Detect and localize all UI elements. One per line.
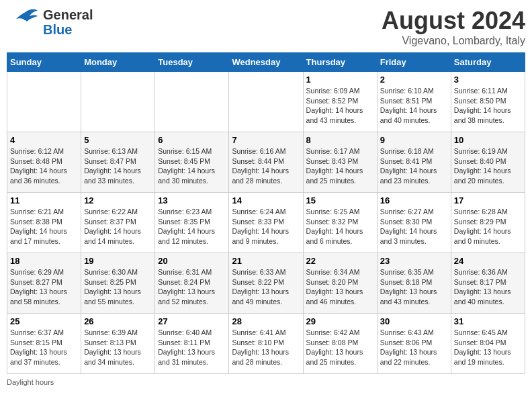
calendar-week-5: 25Sunrise: 6:37 AM Sunset: 8:15 PM Dayli… <box>7 314 525 374</box>
day-header-thursday: Thursday <box>303 53 377 72</box>
calendar-cell: 10Sunrise: 6:19 AM Sunset: 8:40 PM Dayli… <box>451 132 525 193</box>
calendar-week-2: 4Sunrise: 6:12 AM Sunset: 8:48 PM Daylig… <box>7 132 525 193</box>
calendar-cell: 13Sunrise: 6:23 AM Sunset: 8:35 PM Dayli… <box>155 193 229 253</box>
footer-note: Daylight hours <box>7 378 525 386</box>
calendar-cell: 26Sunrise: 6:39 AM Sunset: 8:13 PM Dayli… <box>81 314 155 374</box>
day-info: Sunrise: 6:41 AM Sunset: 8:10 PM Dayligh… <box>232 328 300 367</box>
logo-blue: Blue <box>43 22 93 37</box>
day-info: Sunrise: 6:37 AM Sunset: 8:15 PM Dayligh… <box>10 328 78 367</box>
calendar-cell <box>81 72 155 132</box>
calendar-cell: 8Sunrise: 6:17 AM Sunset: 8:43 PM Daylig… <box>303 132 377 193</box>
day-header-sunday: Sunday <box>7 53 81 72</box>
day-number: 10 <box>454 135 522 145</box>
day-info: Sunrise: 6:25 AM Sunset: 8:32 PM Dayligh… <box>306 207 374 246</box>
day-number: 19 <box>84 256 152 266</box>
day-info: Sunrise: 6:31 AM Sunset: 8:24 PM Dayligh… <box>158 267 226 307</box>
calendar-cell: 18Sunrise: 6:29 AM Sunset: 8:27 PM Dayli… <box>7 253 81 314</box>
day-number: 8 <box>306 135 374 145</box>
day-info: Sunrise: 6:19 AM Sunset: 8:40 PM Dayligh… <box>454 146 522 186</box>
calendar-cell <box>155 72 229 132</box>
day-number: 22 <box>306 256 374 266</box>
calendar-cell: 19Sunrise: 6:30 AM Sunset: 8:25 PM Dayli… <box>81 253 155 314</box>
day-number: 25 <box>10 316 78 326</box>
calendar-body: 1Sunrise: 6:09 AM Sunset: 8:52 PM Daylig… <box>7 72 525 374</box>
calendar-cell: 1Sunrise: 6:09 AM Sunset: 8:52 PM Daylig… <box>303 72 377 132</box>
day-number: 4 <box>10 135 78 145</box>
day-info: Sunrise: 6:09 AM Sunset: 8:52 PM Dayligh… <box>306 86 374 126</box>
calendar-cell: 23Sunrise: 6:35 AM Sunset: 8:18 PM Dayli… <box>377 253 451 314</box>
day-number: 5 <box>84 135 152 145</box>
day-number: 26 <box>84 316 152 326</box>
day-info: Sunrise: 6:21 AM Sunset: 8:38 PM Dayligh… <box>10 207 78 246</box>
day-header-saturday: Saturday <box>451 53 525 72</box>
calendar-cell: 17Sunrise: 6:28 AM Sunset: 8:29 PM Dayli… <box>451 193 525 253</box>
day-info: Sunrise: 6:33 AM Sunset: 8:22 PM Dayligh… <box>232 267 300 307</box>
day-number: 9 <box>380 135 448 145</box>
day-number: 29 <box>306 316 374 326</box>
calendar-cell: 11Sunrise: 6:21 AM Sunset: 8:38 PM Dayli… <box>7 193 81 253</box>
day-number: 15 <box>306 195 374 205</box>
day-header-friday: Friday <box>377 53 451 72</box>
day-number: 28 <box>232 316 300 326</box>
day-number: 6 <box>158 135 226 145</box>
calendar-cell: 9Sunrise: 6:18 AM Sunset: 8:41 PM Daylig… <box>377 132 451 193</box>
day-info: Sunrise: 6:45 AM Sunset: 8:04 PM Dayligh… <box>454 328 522 367</box>
day-info: Sunrise: 6:18 AM Sunset: 8:41 PM Dayligh… <box>380 146 448 186</box>
logo-icon <box>7 7 40 37</box>
calendar-cell: 3Sunrise: 6:11 AM Sunset: 8:50 PM Daylig… <box>451 72 525 132</box>
calendar-cell: 22Sunrise: 6:34 AM Sunset: 8:20 PM Dayli… <box>303 253 377 314</box>
calendar-cell: 6Sunrise: 6:15 AM Sunset: 8:45 PM Daylig… <box>155 132 229 193</box>
day-info: Sunrise: 6:40 AM Sunset: 8:11 PM Dayligh… <box>158 328 226 367</box>
calendar-cell: 20Sunrise: 6:31 AM Sunset: 8:24 PM Dayli… <box>155 253 229 314</box>
day-number: 7 <box>232 135 300 145</box>
day-number: 31 <box>454 316 522 326</box>
day-info: Sunrise: 6:22 AM Sunset: 8:37 PM Dayligh… <box>84 207 152 246</box>
calendar-cell: 30Sunrise: 6:43 AM Sunset: 8:06 PM Dayli… <box>377 314 451 374</box>
day-info: Sunrise: 6:11 AM Sunset: 8:50 PM Dayligh… <box>454 86 522 126</box>
day-number: 1 <box>306 75 374 85</box>
calendar-cell: 12Sunrise: 6:22 AM Sunset: 8:37 PM Dayli… <box>81 193 155 253</box>
logo-text-group: General Blue <box>43 7 93 37</box>
calendar-header-row: SundayMondayTuesdayWednesdayThursdayFrid… <box>7 53 525 72</box>
day-number: 2 <box>380 75 448 85</box>
calendar-cell: 29Sunrise: 6:42 AM Sunset: 8:08 PM Dayli… <box>303 314 377 374</box>
calendar-cell: 25Sunrise: 6:37 AM Sunset: 8:15 PM Dayli… <box>7 314 81 374</box>
day-info: Sunrise: 6:30 AM Sunset: 8:25 PM Dayligh… <box>84 267 152 307</box>
day-info: Sunrise: 6:35 AM Sunset: 8:18 PM Dayligh… <box>380 267 448 307</box>
day-info: Sunrise: 6:12 AM Sunset: 8:48 PM Dayligh… <box>10 146 78 186</box>
day-number: 27 <box>158 316 226 326</box>
day-header-monday: Monday <box>81 53 155 72</box>
day-number: 16 <box>380 195 448 205</box>
calendar-week-1: 1Sunrise: 6:09 AM Sunset: 8:52 PM Daylig… <box>7 72 525 132</box>
calendar-week-4: 18Sunrise: 6:29 AM Sunset: 8:27 PM Dayli… <box>7 253 525 314</box>
calendar-cell: 15Sunrise: 6:25 AM Sunset: 8:32 PM Dayli… <box>303 193 377 253</box>
day-info: Sunrise: 6:43 AM Sunset: 8:06 PM Dayligh… <box>380 328 448 367</box>
calendar-cell: 21Sunrise: 6:33 AM Sunset: 8:22 PM Dayli… <box>229 253 303 314</box>
day-info: Sunrise: 6:28 AM Sunset: 8:29 PM Dayligh… <box>454 207 522 246</box>
day-number: 20 <box>158 256 226 266</box>
day-info: Sunrise: 6:39 AM Sunset: 8:13 PM Dayligh… <box>84 328 152 367</box>
day-header-wednesday: Wednesday <box>229 53 303 72</box>
logo-general: General <box>43 7 93 22</box>
title-section: August 2024 Vigevano, Lombardy, Italy <box>382 7 525 47</box>
day-number: 3 <box>454 75 522 85</box>
day-info: Sunrise: 6:34 AM Sunset: 8:20 PM Dayligh… <box>306 267 374 307</box>
day-number: 30 <box>380 316 448 326</box>
calendar-cell <box>7 72 81 132</box>
day-info: Sunrise: 6:23 AM Sunset: 8:35 PM Dayligh… <box>158 207 226 246</box>
daylight-hours-label: Daylight hours <box>7 378 54 386</box>
day-number: 23 <box>380 256 448 266</box>
calendar-cell: 28Sunrise: 6:41 AM Sunset: 8:10 PM Dayli… <box>229 314 303 374</box>
month-year: August 2024 <box>382 7 525 35</box>
calendar-cell: 7Sunrise: 6:16 AM Sunset: 8:44 PM Daylig… <box>229 132 303 193</box>
calendar-table: SundayMondayTuesdayWednesdayThursdayFrid… <box>7 52 525 374</box>
day-info: Sunrise: 6:15 AM Sunset: 8:45 PM Dayligh… <box>158 146 226 186</box>
day-info: Sunrise: 6:42 AM Sunset: 8:08 PM Dayligh… <box>306 328 374 367</box>
day-info: Sunrise: 6:16 AM Sunset: 8:44 PM Dayligh… <box>232 146 300 186</box>
calendar-cell: 14Sunrise: 6:24 AM Sunset: 8:33 PM Dayli… <box>229 193 303 253</box>
page-header: General Blue August 2024 Vigevano, Lomba… <box>7 7 525 47</box>
day-number: 12 <box>84 195 152 205</box>
day-number: 24 <box>454 256 522 266</box>
calendar-cell: 27Sunrise: 6:40 AM Sunset: 8:11 PM Dayli… <box>155 314 229 374</box>
calendar-cell: 16Sunrise: 6:27 AM Sunset: 8:30 PM Dayli… <box>377 193 451 253</box>
